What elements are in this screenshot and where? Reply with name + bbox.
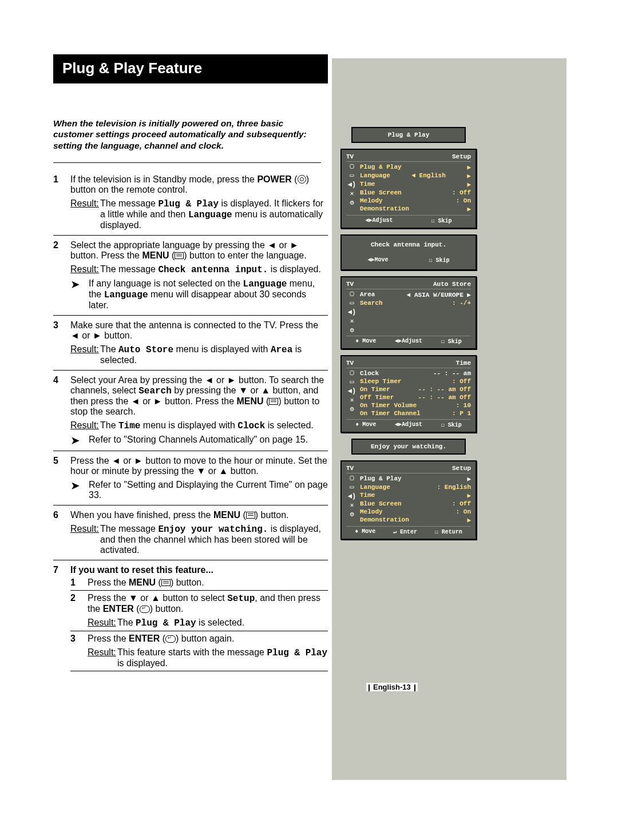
- substep-number: 3: [70, 634, 88, 644]
- step-number: 5: [53, 456, 70, 500]
- result-label: Result:: [70, 524, 100, 555]
- step-6: 6 When you have finished, press the MENU…: [53, 505, 328, 560]
- substep-number: 2: [70, 593, 88, 614]
- intro-text: When the television is initially powered…: [53, 118, 322, 151]
- step-number: 6: [53, 510, 70, 555]
- result-label: Result:: [88, 647, 117, 668]
- osd-setup-2: TVSetup ▢▭◀)✕⚙ Plug & Play▶ Language: En…: [340, 460, 477, 540]
- result-text: The message Enjoy your watching. is disp…: [100, 524, 328, 555]
- text: Press the ◄ or ► button to move to the h…: [70, 456, 327, 476]
- result-text: The Auto Store menu is displayed with Ar…: [100, 344, 328, 365]
- note-text: Refer to "Setting and Displaying the Cur…: [89, 480, 328, 500]
- result-label: Result:: [88, 618, 117, 628]
- page-number: English-13: [366, 683, 418, 691]
- steps-list: 1 If the television is in Standby mode, …: [53, 170, 328, 674]
- step-number: 4: [53, 375, 70, 446]
- text: When you have finished, press the: [70, 510, 213, 520]
- osd-category-icons: ▢▭◀)✕⚙: [346, 163, 358, 213]
- menu-icon: [175, 252, 184, 259]
- step-number: 7: [53, 565, 70, 671]
- result-text: This feature starts with the message Plu…: [117, 647, 328, 668]
- page-title: Plug & Play Feature: [53, 54, 328, 82]
- osd-category-icons: ▢▭◀)✕⚙: [346, 475, 358, 524]
- step-1: 1 If the television is in Standby mode, …: [53, 170, 328, 236]
- note-arrow-icon: ➤: [70, 278, 89, 290]
- note-arrow-icon: ➤: [70, 435, 89, 446]
- osd-setup-1: TVSetup ▢▭◀)✕⚙ Plug & Play▶ Language◄ En…: [340, 149, 477, 229]
- reset-heading: If you want to reset this feature...: [70, 565, 328, 575]
- osd-check-antenna: Check antenna input. ◄►Move☐ Skip: [340, 234, 477, 270]
- note-text: If any language is not selected on the L…: [89, 278, 328, 310]
- step-number: 3: [53, 320, 70, 365]
- menu-icon: [161, 579, 171, 586]
- step-number: 1: [53, 174, 70, 230]
- step-7: 7 If you want to reset this feature... 1…: [53, 560, 328, 674]
- text: If the television is in Standby mode, pr…: [70, 174, 257, 184]
- substep-number: 1: [70, 578, 88, 588]
- result-text: The message Plug & Play is displayed. It…: [100, 198, 328, 230]
- enter-icon: [165, 635, 176, 643]
- result-text: The Time menu is displayed with Clock is…: [100, 420, 328, 431]
- osd-plug-and-play: Plug & Play: [351, 127, 466, 143]
- step-number: 2: [53, 240, 70, 310]
- step-2: 2 Select the appropriate language by pre…: [53, 236, 328, 316]
- result-label: Result:: [70, 420, 100, 431]
- osd-screens: Plug & Play TVSetup ▢▭◀)✕⚙ Plug & Play▶ …: [340, 127, 477, 546]
- text: Make sure that the antenna is connected …: [70, 320, 318, 340]
- osd-enjoy-watching: Enjoy your watching.: [351, 439, 466, 455]
- step-5: 5 Press the ◄ or ► button to move to the…: [53, 451, 328, 505]
- menu-label: MENU: [142, 250, 169, 260]
- result-label: Result:: [70, 264, 100, 275]
- result-text: The message Check antenna input. is disp…: [100, 264, 328, 275]
- note-text: Refer to "Storing Channels Automatically…: [89, 435, 308, 445]
- menu-icon: [246, 512, 255, 519]
- step-4: 4 Select your Area by pressing the ◄ or …: [53, 371, 328, 451]
- menu-icon: [269, 398, 278, 405]
- result-label: Result:: [70, 344, 100, 365]
- power-label: POWER: [257, 174, 291, 184]
- osd-time: TVTime ▢▭◀)✕⚙ Clock-- : -- am Sleep Time…: [340, 355, 477, 433]
- result-label: Result:: [70, 198, 100, 230]
- result-text: The Plug & Play is selected.: [117, 618, 328, 628]
- osd-category-icons: ▢▭◀)✕⚙: [346, 369, 358, 417]
- power-icon: [298, 175, 306, 184]
- osd-auto-store: TVAuto Store ▢▭◀)✕⚙ Area◄ ASIA W/EUROPE …: [340, 276, 477, 349]
- osd-category-icons: ▢▭◀)✕⚙: [346, 290, 358, 334]
- text: (: [292, 174, 298, 184]
- enter-icon: [140, 606, 150, 613]
- note-arrow-icon: ➤: [70, 480, 89, 491]
- step-3: 3 Make sure that the antenna is connecte…: [53, 316, 328, 371]
